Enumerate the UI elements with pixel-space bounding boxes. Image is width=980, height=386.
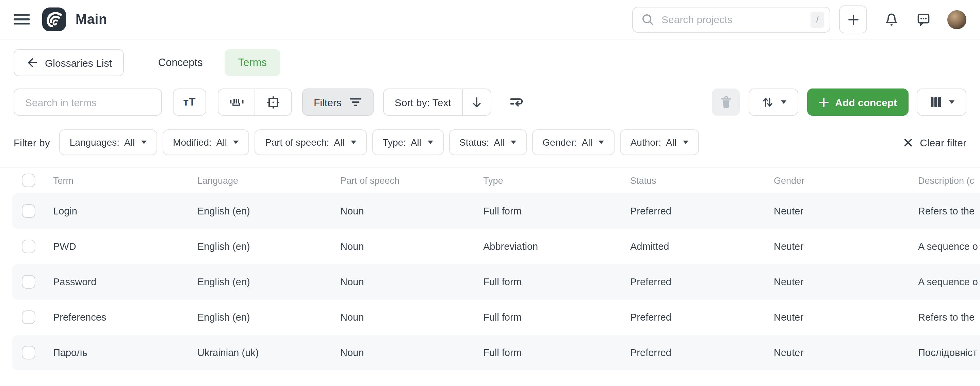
search-terms-input[interactable] [24,96,152,108]
filter-status[interactable]: Status: All [449,129,527,155]
search-projects-input[interactable] [660,13,811,26]
sort-direction-button[interactable] [462,89,491,115]
chevron-down-icon [682,140,689,144]
filter-part-of-speech[interactable]: Part of speech: All [255,129,367,155]
table-row[interactable]: PWD English (en) Noun Abbreviation Admit… [12,229,980,264]
hamburger-menu-icon[interactable] [14,11,30,27]
filters-button[interactable]: Filters [302,88,374,116]
search-shortcut-badge: / [811,11,824,27]
exact-match-icon [266,95,280,109]
cell-language: English (en) [197,276,340,287]
cell-type: Full form [483,312,630,323]
tab-terms[interactable]: Terms [224,49,280,76]
add-concept-label: Add concept [835,96,897,108]
plus-icon [847,13,859,26]
cell-part-of-speech: Noun [340,241,483,252]
tab-concepts[interactable]: Concepts [145,49,216,76]
glossary-nav: Glossaries List Concepts Terms [14,49,966,76]
cell-term: Preferences [53,312,197,323]
wrap-text-icon [509,95,524,109]
clear-filter-button[interactable]: Clear filter [903,137,966,148]
table-row[interactable]: Password English (en) Noun Full form Pre… [12,264,980,300]
filter-bar: Filter by Languages: All Modified: All P… [14,129,966,155]
cell-status: Preferred [630,276,774,287]
reorder-dropdown-button[interactable] [749,88,798,116]
filter-author[interactable]: Author: All [620,129,699,155]
cell-language: English (en) [197,206,340,217]
delete-button-disabled[interactable] [712,88,740,116]
row-checkbox[interactable] [22,275,35,289]
row-checkbox[interactable] [22,346,35,359]
bell-icon [884,12,899,27]
cell-gender: Neuter [774,347,918,358]
add-concept-button[interactable]: Add concept [807,88,908,116]
chevron-down-icon [233,140,239,144]
filters-button-label: Filters [314,96,342,108]
cell-part-of-speech: Noun [340,206,483,217]
filter-type[interactable]: Type: All [372,129,444,155]
cell-term: PWD [53,241,197,252]
table-row[interactable]: Preferences English (en) Noun Full form … [12,300,980,335]
user-avatar[interactable] [947,10,966,29]
terms-toolbar: тT [14,88,966,116]
terms-table: Term Language Part of speech Type Status… [0,167,980,370]
chevron-down-icon [427,140,434,144]
column-description: Description (c [918,175,980,185]
chevron-down-icon [141,140,147,144]
table-row[interactable]: Login English (en) Noun Full form Prefer… [12,193,980,229]
cell-description: Refers to the [918,206,980,217]
cell-gender: Neuter [774,312,918,323]
cell-description: A sequence o [918,276,980,287]
cell-term: Login [53,206,197,217]
filter-languages[interactable]: Languages: All [60,129,158,155]
sort-by-button[interactable]: Sort by: Text [384,89,462,115]
chevron-down-icon [780,100,786,104]
wrap-lines-button[interactable] [506,88,527,116]
clear-filter-label: Clear filter [920,137,966,148]
sort-up-down-icon [760,95,774,109]
search-options-group [218,88,292,116]
column-type: Type [483,175,630,185]
row-checkbox[interactable] [22,204,35,218]
cell-type: Abbreviation [483,241,630,252]
search-terms-box[interactable] [14,88,162,116]
crowdin-logo-icon[interactable] [42,8,66,31]
cell-description: A sequence o [918,241,980,252]
table-header: Term Language Part of speech Type Status… [0,167,980,193]
cell-part-of-speech: Noun [340,347,483,358]
close-icon [903,137,913,147]
column-part-of-speech: Part of speech [340,175,483,185]
cell-description: Refers to the [918,312,980,323]
search-projects-box[interactable]: / [632,6,830,32]
exact-match-button[interactable] [255,89,291,115]
back-button-label: Glossaries List [45,57,112,69]
plus-icon [819,97,829,107]
row-checkbox[interactable] [22,310,35,324]
whole-words-button[interactable] [218,89,255,115]
chevron-down-icon [598,140,605,144]
filter-gender[interactable]: Gender: All [532,129,614,155]
cell-gender: Neuter [774,206,918,217]
back-to-glossaries-button[interactable]: Glossaries List [14,49,124,76]
create-new-button[interactable] [839,5,867,33]
top-bar: Main / [0,0,980,40]
cell-type: Full form [483,276,630,287]
chevron-down-icon [350,140,356,144]
notifications-button[interactable] [884,12,899,27]
messages-button[interactable] [916,12,931,27]
match-case-button[interactable]: тT [173,88,206,116]
column-term: Term [53,175,197,185]
columns-dropdown-button[interactable] [917,88,966,116]
filter-modified[interactable]: Modified: All [163,129,250,155]
select-all-checkbox[interactable] [22,174,35,187]
page-title: Main [76,11,107,27]
table-row[interactable]: Пароль Ukrainian (uk) Noun Full form Pre… [12,335,980,370]
cell-gender: Neuter [774,276,918,287]
row-checkbox[interactable] [22,240,35,253]
whole-words-icon [228,95,245,109]
chevron-down-icon [511,140,517,144]
filter-icon [349,97,362,108]
cell-language: English (en) [197,312,340,323]
cell-status: Preferred [630,312,774,323]
sort-control: Sort by: Text [383,88,492,116]
